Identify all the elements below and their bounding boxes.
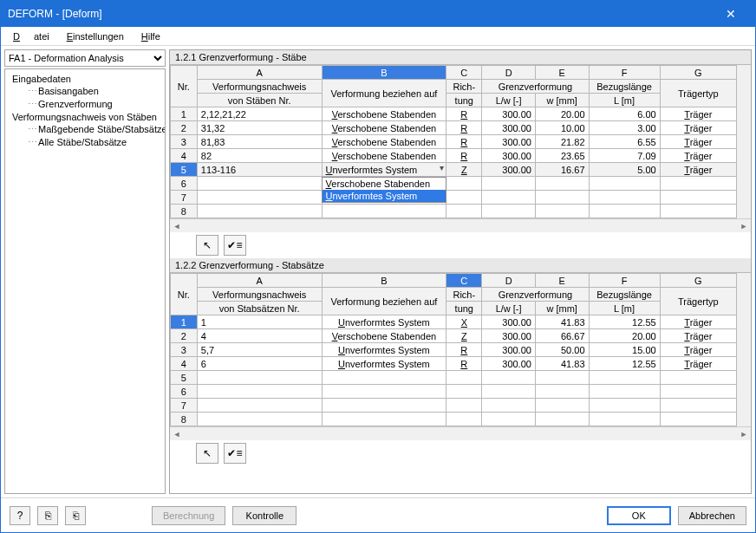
- help-icon[interactable]: ?: [10, 506, 30, 525]
- table-row[interactable]: 24Verschobene StabendenZ300.0066.6720.00…: [171, 329, 737, 343]
- calc-button[interactable]: Berechnung: [152, 506, 225, 525]
- right-panel: 1.2.1 Grenzverformung - Stäbe Nr. A B C: [169, 49, 752, 494]
- menu-help[interactable]: Hilfe: [134, 29, 167, 43]
- nav-tree: Eingabedaten Basisangaben Grenzverformun…: [4, 68, 166, 494]
- footer: ? ⎘ ⎗ Berechnung Kontrolle OK Abbrechen: [1, 497, 755, 532]
- pick-icon-2[interactable]: ↖: [196, 443, 218, 464]
- table-row[interactable]: 6: [171, 177, 737, 191]
- grid1-vscroll[interactable]: [737, 65, 751, 218]
- table-row[interactable]: 8: [171, 413, 737, 426]
- case-selector[interactable]: FA1 - Deformation Analysis: [4, 49, 166, 67]
- grid1-toolbar: ↖ ✔≡: [170, 232, 751, 258]
- import-icon[interactable]: ⎗: [65, 506, 86, 525]
- tree-eingabedaten[interactable]: Eingabedaten: [7, 73, 163, 85]
- section2-title: 1.2.2 Grenzverformung - Stabsätze: [170, 258, 751, 273]
- grid1[interactable]: Nr. A B C D E F G Verformungsnachweis Ve…: [170, 65, 737, 218]
- check-list-icon-2[interactable]: ✔≡: [224, 443, 246, 464]
- check-button[interactable]: Kontrolle: [232, 506, 297, 525]
- table-row[interactable]: 12,12,21,22Verschobene StabendenR300.002…: [171, 107, 737, 121]
- grid1-hscroll[interactable]: ◄►: [170, 218, 751, 232]
- col-D[interactable]: D: [482, 66, 536, 80]
- menubar: Datei Einstellungen Hilfe: [1, 27, 755, 46]
- window-title: DEFORM - [Deform]: [8, 8, 714, 20]
- ok-button[interactable]: OK: [607, 506, 671, 525]
- dropdown-option[interactable]: Verschobene Stabenden: [323, 178, 446, 190]
- table-row[interactable]: 6: [171, 385, 737, 399]
- table-row[interactable]: 35,7Unverformtes SystemR300.0050.0015.00…: [171, 343, 737, 357]
- pick-icon[interactable]: ↖: [196, 235, 218, 256]
- export-icon[interactable]: ⎘: [37, 506, 58, 525]
- check-list-icon[interactable]: ✔≡: [224, 235, 246, 256]
- grid2-toolbar: ↖ ✔≡: [170, 440, 751, 466]
- table-row[interactable]: 482Verschobene StabendenR300.0023.657.09…: [171, 149, 737, 163]
- col-B[interactable]: B: [322, 66, 446, 80]
- grid2-hscroll[interactable]: ◄►: [170, 426, 751, 440]
- tree-nachweis-staeben[interactable]: Verformungsnachweis von Stäben: [7, 111, 163, 123]
- col-E[interactable]: E: [535, 66, 589, 80]
- titlebar: DEFORM - [Deform] ✕: [1, 1, 755, 27]
- grid2-vscroll[interactable]: [737, 273, 751, 426]
- close-icon[interactable]: ✕: [714, 7, 748, 21]
- left-panel: FA1 - Deformation Analysis Eingabedaten …: [4, 49, 166, 494]
- table-row[interactable]: 7: [171, 399, 737, 413]
- table-row[interactable]: 8: [171, 205, 737, 218]
- menu-file[interactable]: Datei: [6, 29, 56, 43]
- cancel-button[interactable]: Abbrechen: [678, 506, 746, 525]
- dropdown-option[interactable]: Unverformtes System: [323, 190, 446, 202]
- col-nr[interactable]: Nr.: [171, 66, 198, 107]
- table-row[interactable]: 11Unverformtes SystemX300.0041.8312.55Tr…: [171, 315, 737, 329]
- table-row[interactable]: 381,83Verschobene StabendenR300.0021.826…: [171, 135, 737, 149]
- col-A[interactable]: A: [197, 66, 322, 80]
- col-F[interactable]: F: [589, 66, 660, 80]
- table-row[interactable]: 7: [171, 191, 737, 205]
- table-row[interactable]: 5: [171, 371, 737, 385]
- tree-massgebende[interactable]: Maßgebende Stäbe/Stabsätze: [23, 123, 163, 136]
- app-window: DEFORM - [Deform] ✕ Datei Einstellungen …: [0, 0, 756, 533]
- tree-grenzverformung[interactable]: Grenzverformung: [23, 98, 163, 111]
- dropdown-list[interactable]: Verschobene StabendenUnverformtes System: [322, 177, 447, 203]
- section1-title: 1.2.1 Grenzverformung - Stäbe: [170, 50, 751, 65]
- table-row[interactable]: 46Unverformtes SystemR300.0041.8312.55Tr…: [171, 357, 737, 371]
- tree-basisangaben[interactable]: Basisangaben: [23, 85, 163, 98]
- table-row[interactable]: 231,32Verschobene StabendenR300.0010.003…: [171, 121, 737, 135]
- grid2[interactable]: Nr. A B C D E F G Verformungsnachweis Ve…: [170, 273, 737, 426]
- col-G[interactable]: G: [660, 66, 736, 80]
- tree-alle[interactable]: Alle Stäbe/Stabsätze: [23, 136, 163, 149]
- menu-settings[interactable]: Einstellungen: [60, 29, 131, 43]
- col-C[interactable]: C: [446, 66, 482, 80]
- table-row[interactable]: 5113-116Unverformtes SystemVerschobene S…: [171, 163, 737, 177]
